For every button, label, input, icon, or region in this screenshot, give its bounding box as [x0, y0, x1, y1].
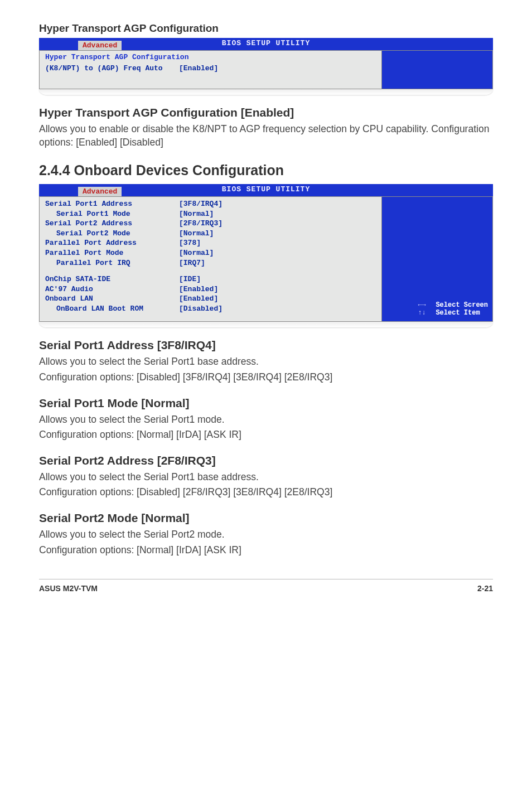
- bios-row-value: [3F8/IRQ4]: [179, 199, 376, 209]
- bios-ht-row-value: [Enabled]: [179, 64, 376, 74]
- sp1a-head: Serial Port1 Address [3F8/IRQ4]: [39, 339, 493, 352]
- bios-row-value: [378]: [179, 238, 376, 248]
- sp1a-p1: Allows you to select the Serial Port1 ba…: [39, 355, 493, 369]
- bios-row-label: Serial Port2 Address: [45, 219, 179, 229]
- bios-row-label: Onboard LAN: [45, 294, 179, 304]
- bios-ht-row: (K8/NPT) to (AGP) Freq Auto [Enabled]: [45, 64, 376, 74]
- legend-key-ud: ↑↓: [418, 309, 430, 317]
- bios-ht-top: BIOS SETUP UTILITY Advanced: [39, 38, 493, 50]
- sp2m-block: Serial Port2 Mode [Normal] Allows you to…: [39, 511, 493, 557]
- bios-row-value: [IDE]: [179, 274, 376, 284]
- ht-config-heading: Hyper Transport AGP Configuration: [39, 22, 493, 35]
- sp2a-p1: Allows you to select the Serial Port1 ba…: [39, 471, 493, 484]
- bios-onb-top: BIOS SETUP UTILITY Advanced: [39, 184, 493, 196]
- bios-row: AC'97 Audio[Enabled]: [45, 284, 376, 294]
- bios-row-label: OnChip SATA-IDE: [45, 274, 179, 284]
- bios-ht-frame: BIOS SETUP UTILITY Advanced Hyper Transp…: [39, 38, 493, 95]
- sp2m-p1: Allows you to select the Serial Port2 mo…: [39, 528, 493, 542]
- bios-row-label: Serial Port1 Mode: [45, 209, 179, 219]
- bios-row: OnBoard LAN Boot ROM[Disabled]: [45, 304, 376, 314]
- bios-row-label: AC'97 Audio: [45, 284, 179, 294]
- legend-key-lr: ←→: [418, 301, 430, 309]
- bios-row-label: Parallel Port Mode: [45, 248, 179, 258]
- sp2a-p2: Configuration options: [Disabled] [2F8/I…: [39, 486, 493, 499]
- sp2m-head: Serial Port2 Mode [Normal]: [39, 511, 493, 525]
- legend-txt-item: Select Item: [436, 309, 480, 317]
- bios-row-label: OnBoard LAN Boot ROM: [45, 304, 179, 314]
- sp1a-block: Serial Port1 Address [3F8/IRQ4] Allows y…: [39, 339, 493, 384]
- sp2a-block: Serial Port2 Address [2F8/IRQ3] Allows y…: [39, 454, 493, 499]
- bios-row-value: [Disabled]: [179, 304, 376, 314]
- legend-txt-screen: Select Screen: [436, 301, 488, 309]
- bios-row-label: Serial Port1 Address: [45, 199, 179, 209]
- bios-onb-curve: [39, 322, 493, 327]
- bios-onb-top-title: BIOS SETUP UTILITY: [222, 185, 310, 194]
- onboard-heading: 2.4.4 Onboard Devices Configuration: [39, 162, 493, 178]
- sp1a-p2: Configuration options: [Disabled] [3F8/I…: [39, 371, 493, 384]
- legend-row: ↑↓ Select Item: [418, 309, 488, 317]
- bios-row: Onboard LAN[Enabled]: [45, 294, 376, 304]
- bios-onb-body: Serial Port1 Address[3F8/IRQ4]Serial Por…: [39, 196, 493, 322]
- bios-ht-top-title: BIOS SETUP UTILITY: [222, 39, 310, 47]
- bios-onb-left: Serial Port1 Address[3F8/IRQ4]Serial Por…: [39, 196, 381, 322]
- bios-ht-row-label: (K8/NPT) to (AGP) Freq Auto: [45, 64, 179, 74]
- bios-row: Serial Port1 Address[3F8/IRQ4]: [45, 199, 376, 209]
- bios-ht-body: Hyper Transport AGP Configuration (K8/NP…: [39, 50, 493, 89]
- bios-row-value: [IRQ7]: [179, 258, 376, 268]
- bios-row-value: [Normal]: [179, 209, 376, 219]
- bios-row-label: Parallel Port IRQ: [45, 258, 179, 268]
- bios-row-value: [Enabled]: [179, 294, 376, 304]
- ht-option-head: Hyper Transport AGP Configuration [Enabl…: [39, 106, 493, 119]
- bios-row: OnChip SATA-IDE[IDE]: [45, 274, 376, 284]
- bios-ht-curve: [39, 89, 493, 95]
- bios-ht-left: Hyper Transport AGP Configuration (K8/NP…: [39, 50, 381, 89]
- sp1m-p2: Configuration options: [Normal] [IrDA] […: [39, 428, 493, 442]
- bios-row: Serial Port2 Mode[Normal]: [45, 229, 376, 239]
- page-footer: ASUS M2V-TVM 2-21: [39, 579, 493, 593]
- bios-row: Parallel Port Mode[Normal]: [45, 248, 376, 258]
- bios-ht-tab: Advanced: [78, 41, 122, 50]
- bios-row: Parallel Port IRQ[IRQ7]: [45, 258, 376, 268]
- bios-onb-group1: Serial Port1 Address[3F8/IRQ4]Serial Por…: [45, 199, 376, 268]
- bios-onb-right: ←→ Select Screen ↑↓ Select Item: [381, 196, 493, 322]
- bios-row-label: Parallel Port Address: [45, 238, 179, 248]
- ht-option-text: Allows you to enable or disable the K8/N…: [39, 123, 493, 149]
- bios-row-value: [Normal]: [179, 229, 376, 239]
- footer-right: 2-21: [477, 584, 493, 593]
- sp2a-head: Serial Port2 Address [2F8/IRQ3]: [39, 454, 493, 467]
- bios-row-value: [2F8/IRQ3]: [179, 219, 376, 229]
- bios-ht-subtitle: Hyper Transport AGP Configuration: [45, 53, 376, 61]
- sp1m-block: Serial Port1 Mode [Normal] Allows you to…: [39, 397, 493, 442]
- bios-onb-group2: OnChip SATA-IDE[IDE]AC'97 Audio[Enabled]…: [45, 274, 376, 313]
- bios-onb-tab: Advanced: [78, 187, 122, 196]
- bios-row: Serial Port2 Address[2F8/IRQ3]: [45, 219, 376, 229]
- sp1m-p1: Allows you to select the Serial Port1 mo…: [39, 413, 493, 427]
- ht-option-block: Hyper Transport AGP Configuration [Enabl…: [39, 106, 493, 149]
- sp2m-p2: Configuration options: [Normal] [IrDA] […: [39, 544, 493, 557]
- sp1m-head: Serial Port1 Mode [Normal]: [39, 397, 493, 410]
- bios-onb-frame: BIOS SETUP UTILITY Advanced Serial Port1…: [39, 184, 493, 327]
- footer-left: ASUS M2V-TVM: [39, 584, 98, 593]
- bios-ht-right: [381, 50, 493, 89]
- legend-row: ←→ Select Screen: [418, 301, 488, 309]
- bios-onb-legend: ←→ Select Screen ↑↓ Select Item: [418, 301, 488, 317]
- bios-row: Serial Port1 Mode[Normal]: [45, 209, 376, 219]
- bios-row-label: Serial Port2 Mode: [45, 229, 179, 239]
- bios-row: Parallel Port Address[378]: [45, 238, 376, 248]
- bios-row-value: [Normal]: [179, 248, 376, 258]
- bios-onb-spacer: [45, 268, 376, 274]
- bios-row-value: [Enabled]: [179, 284, 376, 294]
